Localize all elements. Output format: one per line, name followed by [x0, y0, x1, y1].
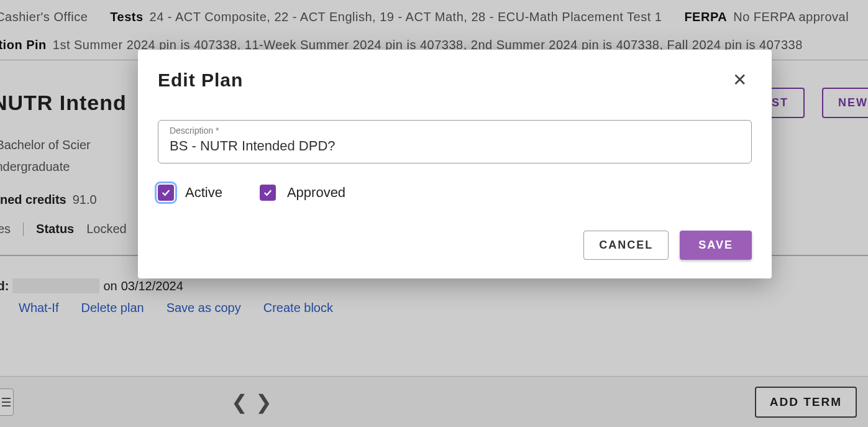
- save-button[interactable]: SAVE: [680, 231, 752, 260]
- cancel-button[interactable]: CANCEL: [583, 231, 669, 260]
- edit-plan-dialog: Edit Plan ✕ Description * Active Approve…: [138, 50, 772, 278]
- description-field-wrapper[interactable]: Description *: [158, 120, 752, 163]
- description-input[interactable]: [170, 138, 740, 154]
- dialog-title: Edit Plan: [158, 70, 243, 91]
- active-checkbox[interactable]: [158, 185, 174, 201]
- approved-checkbox-label: Approved: [287, 185, 345, 201]
- close-button[interactable]: ✕: [728, 67, 752, 93]
- close-icon: ✕: [733, 70, 747, 90]
- check-icon: [160, 187, 171, 198]
- approved-checkbox[interactable]: [260, 185, 276, 201]
- active-checkbox-label: Active: [185, 185, 222, 201]
- check-icon: [262, 187, 273, 198]
- description-label: Description *: [170, 126, 740, 135]
